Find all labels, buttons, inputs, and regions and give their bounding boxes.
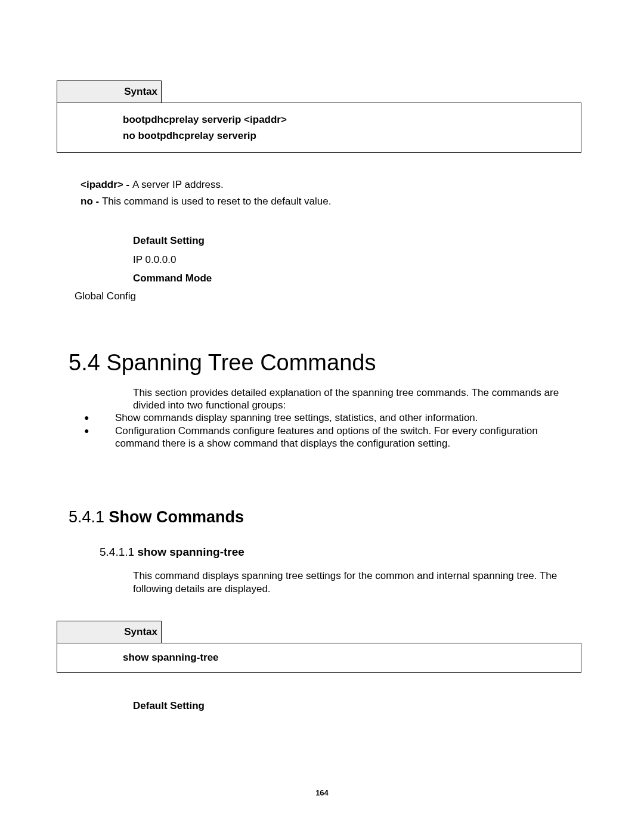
syntax-body-2: show spanning-tree bbox=[57, 643, 581, 673]
command-mode-label: Command Mode bbox=[133, 269, 587, 287]
command-title: show spanning-tree bbox=[137, 546, 244, 558]
default-setting-block-1: Default Setting IP 0.0.0.0 Command Mode bbox=[57, 231, 587, 287]
param-ipaddr: <ipaddr> - A server IP address. bbox=[80, 176, 587, 193]
default-setting-label-2: Default Setting bbox=[57, 700, 587, 712]
syntax-header-1: Syntax bbox=[57, 81, 162, 103]
command-mode-value: Global Config bbox=[57, 290, 587, 302]
section-bullet-list: Show commands display spanning tree sett… bbox=[57, 411, 569, 450]
document-page: Syntax bootpdhcprelay serverip <ipaddr> … bbox=[0, 0, 644, 712]
subsection-number: 5.4.1 bbox=[69, 508, 109, 526]
list-item: Configuration Commands configure feature… bbox=[97, 425, 569, 450]
syntax-line: bootpdhcprelay serverip <ipaddr> bbox=[123, 112, 581, 128]
syntax-box-2: Syntax show spanning-tree bbox=[57, 621, 581, 673]
command-number: 5.4.1.1 bbox=[100, 546, 137, 558]
section-heading: 5.4 Spanning Tree Commands bbox=[57, 350, 587, 376]
subsection-heading: 5.4.1 Show Commands bbox=[57, 508, 587, 527]
page-number: 164 bbox=[0, 788, 644, 797]
default-setting-label: Default Setting bbox=[133, 231, 587, 250]
syntax-box-1: Syntax bootpdhcprelay serverip <ipaddr> … bbox=[57, 80, 581, 153]
command-heading: 5.4.1.1 show spanning-tree bbox=[57, 546, 587, 559]
section-intro-text: This section provides detailed explanati… bbox=[57, 386, 569, 412]
command-description: This command displays spanning tree sett… bbox=[57, 569, 569, 596]
parameter-descriptions: <ipaddr> - A server IP address. no - Thi… bbox=[57, 176, 587, 210]
list-item: Show commands display spanning tree sett… bbox=[97, 411, 569, 424]
subsection-title: Show Commands bbox=[109, 508, 244, 526]
param-no: no - This command is used to reset to th… bbox=[80, 193, 587, 210]
syntax-line: no bootpdhcprelay serverip bbox=[123, 128, 581, 144]
default-setting-value: IP 0.0.0.0 bbox=[133, 250, 587, 269]
syntax-body-1: bootpdhcprelay serverip <ipaddr> no boot… bbox=[57, 103, 581, 153]
syntax-header-2: Syntax bbox=[57, 621, 162, 643]
